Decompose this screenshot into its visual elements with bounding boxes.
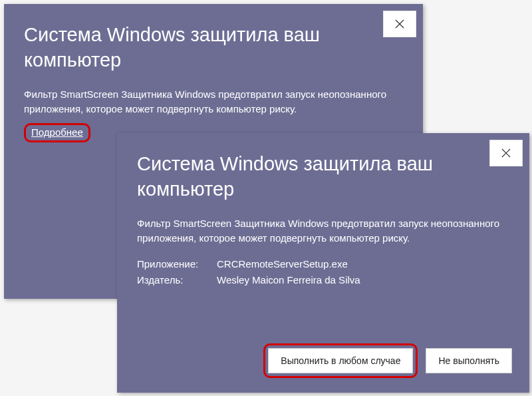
app-info-block: Приложение: CRCRemoteServerSetup.exe Изд…	[137, 256, 509, 288]
annotation-highlight: Подробнее	[24, 123, 90, 142]
dialog-body: Фильтр SmartScreen Защитника Windows пре…	[137, 216, 509, 246]
dialog-body: Фильтр SmartScreen Защитника Windows пре…	[24, 87, 403, 116]
close-icon	[395, 19, 404, 29]
publisher-value: Wesley Maicon Ferreira da Silva	[217, 272, 360, 288]
close-button[interactable]	[489, 140, 523, 166]
close-icon	[501, 148, 511, 158]
publisher-label: Издатель:	[137, 272, 217, 288]
dont-run-button[interactable]: Не выполнять	[426, 348, 512, 373]
run-anyway-button[interactable]: Выполнить в любом случае	[268, 348, 413, 373]
button-row: Выполнить в любом случае Не выполнять	[263, 343, 512, 378]
app-value: CRCRemoteServerSetup.exe	[217, 256, 348, 272]
close-button[interactable]	[383, 11, 416, 37]
smartscreen-dialog-expanded: Система Windows защитила ваш компьютер Ф…	[117, 133, 529, 393]
annotation-highlight: Выполнить в любом случае	[263, 343, 418, 378]
more-info-link[interactable]: Подробнее	[31, 126, 83, 138]
dialog-title: Система Windows защитила ваш компьютер	[137, 152, 509, 202]
dialog-title: Система Windows защитила ваш компьютер	[24, 23, 403, 73]
publisher-row: Издатель: Wesley Maicon Ferreira da Silv…	[137, 272, 509, 288]
app-row: Приложение: CRCRemoteServerSetup.exe	[137, 256, 509, 272]
app-label: Приложение:	[137, 256, 217, 272]
